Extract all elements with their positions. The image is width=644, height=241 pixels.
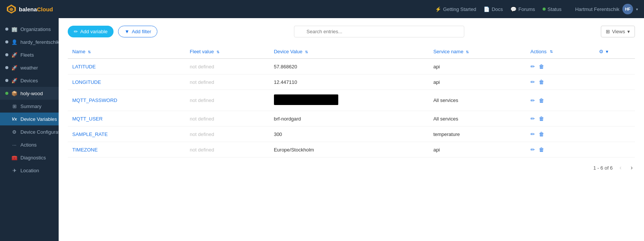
gear-col: ⚙ ▾ [599,49,630,54]
lightning-icon: ⚡ [435,6,441,12]
row-service-name: All services [429,90,526,111]
col-service-name[interactable]: Service name ⇅ [429,45,526,59]
add-variable-button[interactable]: ✏ Add variable [68,26,114,37]
sidebar-item-device-variables[interactable]: Vx Device Variables [0,113,59,125]
org-dot [5,28,8,31]
views-icon: ⊞ [606,29,610,34]
edit-icon[interactable]: ✏ [530,97,535,104]
sidebar-item-weather[interactable]: 🚀 weather [0,61,59,74]
pagination-label: 1 - 6 of 6 [593,165,613,171]
diagnostics-icon: 🧰 [11,154,17,161]
row-device-value: 300 [269,127,429,142]
sidebar-item-holy-wood[interactable]: 📦 holy-wood [0,87,59,100]
toolbar: ✏ Add variable ▼ Add filter 🔍 ⊞ Views ▾ [68,26,635,37]
table-row: SAMPLE_RATE not defined 300 temperature … [68,127,635,142]
col-name[interactable]: Name ⇅ [68,45,185,59]
docs-link[interactable]: 📄 Docs [484,6,503,12]
devices-icon: 🚀 [11,77,17,83]
sidebar-item-organizations[interactable]: 🏢 Organizations [0,23,59,36]
sidebar-item-device-config[interactable]: ⚙ Device Configuration [0,125,59,138]
prev-page-button[interactable]: ‹ [617,164,624,172]
masked-value [274,94,338,105]
chat-icon: 💬 [510,6,516,12]
row-actions: ✏ 🗑 [526,59,595,74]
status-link[interactable]: Status [543,6,562,12]
sidebar-item-actions[interactable]: ··· Actions [0,138,59,151]
delete-icon[interactable]: 🗑 [539,116,544,122]
delete-icon[interactable]: 🗑 [539,63,544,70]
row-extra [594,127,635,142]
row-extra [594,142,635,158]
table-row: MQTT_USER not defined brf-nordgard All s… [68,111,635,127]
table-header: Name ⇅ Fleet value ⇅ Device Value ⇅ Se [68,45,635,59]
next-page-button[interactable]: › [628,164,635,172]
delete-icon[interactable]: 🗑 [539,131,544,137]
location-label: Location [20,168,39,173]
summary-icon: ⊞ [11,103,17,109]
sidebar-item-devices[interactable]: 🚀 Devices [0,74,59,87]
holy-wood-icon: 📦 [11,90,17,96]
filter-icon: ▼ [124,29,129,34]
user-chevron-icon: ▾ [636,7,638,11]
sidebar-item-hardy[interactable]: 👤 hardy_ferentschik [0,36,59,48]
diagnostics-label: Diagnostics [20,155,46,161]
row-actions: ✏ 🗑 [526,111,595,127]
main-content: ✏ Add variable ▼ Add filter 🔍 ⊞ Views ▾ [59,18,644,241]
sidebar-item-summary[interactable]: ⊞ Summary [0,100,59,113]
edit-icon[interactable]: ✏ [530,131,535,137]
actions-icon: ··· [11,142,17,148]
edit-icon[interactable]: ✏ [530,116,535,122]
row-fleet-value: not defined [185,111,269,127]
edit-icon[interactable]: ✏ [530,63,535,70]
expand-icon[interactable]: ▾ [606,49,608,54]
views-chevron-icon: ▾ [627,29,630,34]
actions-header-wrap: Actions ⇅ [530,49,590,54]
logo[interactable]: balenaCloud [6,4,53,14]
sidebar-item-location[interactable]: ✈ Location [0,164,59,177]
col-gear[interactable]: ⚙ ▾ [594,45,635,59]
row-service-name: api [429,142,526,158]
devices-dot [5,79,8,82]
action-icons: ✏ 🗑 [530,97,590,104]
search-wrapper: 🔍 [162,26,596,37]
col-actions[interactable]: Actions ⇅ [526,45,595,59]
delete-icon[interactable]: 🗑 [539,79,544,85]
sidebar-item-diagnostics[interactable]: 🧰 Diagnostics [0,151,59,164]
getting-started-link[interactable]: ⚡ Getting Started [435,6,476,12]
col-device-value[interactable]: Device Value ⇅ [269,45,429,59]
row-device-value-masked [269,90,429,111]
edit-icon[interactable]: ✏ [530,147,535,153]
devices-label: Devices [20,78,38,83]
row-name: MQTT_USER [68,111,185,127]
org-label: Organizations [20,26,51,32]
gear-icon[interactable]: ⚙ [599,49,604,54]
add-filter-button[interactable]: ▼ Add filter [118,26,157,37]
col-fleet-value[interactable]: Fleet value ⇅ [185,45,269,59]
org-icon: 🏢 [11,26,17,32]
edit-icon[interactable]: ✏ [530,79,535,85]
summary-label: Summary [20,104,42,109]
row-extra [594,111,635,127]
pencil-icon: ✏ [74,29,78,34]
delete-icon[interactable]: 🗑 [539,147,544,153]
views-button[interactable]: ⊞ Views ▾ [601,26,635,37]
topnav: balenaCloud ⚡ Getting Started 📄 Docs 💬 F… [0,0,644,18]
forums-link[interactable]: 💬 Forums [510,6,535,12]
row-extra [594,74,635,90]
delete-icon[interactable]: 🗑 [539,97,544,104]
status-dot [543,8,546,11]
action-icons: ✏ 🗑 [530,131,590,137]
device-sort-icon: ⇅ [305,50,308,54]
sidebar-item-fleets[interactable]: 🚀 Fleets [0,48,59,61]
row-actions: ✏ 🗑 [526,127,595,142]
action-icons: ✏ 🗑 [530,63,590,70]
variables-table: Name ⇅ Fleet value ⇅ Device Value ⇅ Se [68,45,635,158]
row-name: LONGITUDE [68,74,185,90]
logo-text: balenaCloud [19,6,53,12]
row-service-name: temperature [429,127,526,142]
search-input[interactable] [294,26,464,37]
row-service-name: All services [429,111,526,127]
row-actions: ✏ 🗑 [526,74,595,90]
user-area[interactable]: Hartmut Ferentschik HF ▾ [575,4,638,14]
logo-icon [6,4,17,14]
